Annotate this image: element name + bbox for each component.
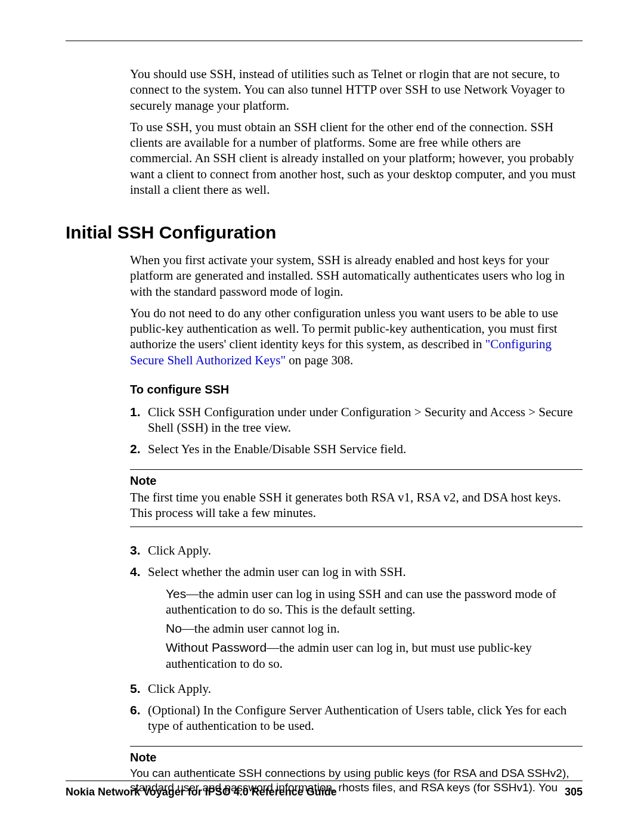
section-p2-tail: on page 308. (286, 353, 353, 367)
section-paragraph-2: You do not need to do any other configur… (130, 305, 583, 368)
step-number: 3. (130, 543, 148, 558)
procedure-steps: 1. Click SSH Configuration under under C… (130, 404, 583, 457)
option-text: —the admin user cannot log in. (182, 621, 340, 636)
option-without-password: Without Password—the admin user can log … (166, 640, 583, 671)
option-text: —the admin user can log in using SSH and… (166, 587, 556, 617)
note-text: The first time you enable SSH it generat… (130, 490, 583, 521)
step-text: Select Yes in the Enable/Disable SSH Ser… (148, 441, 583, 457)
step-text: (Optional) In the Configure Server Authe… (148, 702, 583, 734)
top-rule (66, 41, 583, 41)
step-text: Click Apply. (148, 681, 583, 696)
page-number: 305 (565, 786, 583, 798)
option-label: No (166, 621, 182, 635)
step-6: 6. (Optional) In the Configure Server Au… (130, 702, 583, 734)
note-box-1: Note The first time you enable SSH it ge… (130, 469, 583, 528)
note-label: Note (130, 750, 583, 765)
option-label: Yes (166, 587, 186, 600)
step-5: 5. Click Apply. (130, 681, 583, 696)
option-label: Without Password (166, 640, 267, 654)
step-2: 2. Select Yes in the Enable/Disable SSH … (130, 441, 583, 457)
intro-paragraph-2: To use SSH, you must obtain an SSH clien… (130, 119, 583, 197)
step-text: Select whether the admin user can log in… (148, 565, 406, 579)
section-heading: Initial SSH Configuration (66, 222, 583, 243)
procedure-steps-cont: 3. Click Apply. 4. Select whether the ad… (130, 543, 583, 734)
footer-rule (66, 781, 583, 781)
procedure-heading: To configure SSH (130, 382, 583, 397)
step-4: 4. Select whether the admin user can log… (130, 564, 583, 675)
section-body: When you first activate your system, SSH… (130, 252, 583, 795)
step-body: Select whether the admin user can log in… (148, 564, 583, 675)
step-number: 1. (130, 404, 148, 436)
option-no: No—the admin user cannot log in. (166, 621, 583, 636)
note-label: Note (130, 473, 583, 488)
step-3: 3. Click Apply. (130, 543, 583, 558)
footer-title: Nokia Network Voyager for IPSO 4.0 Refer… (66, 786, 337, 798)
step-number: 5. (130, 681, 148, 696)
step-text: Click Apply. (148, 543, 583, 558)
option-yes: Yes—the admin user can log in using SSH … (166, 586, 583, 618)
intro-paragraph-1: You should use SSH, instead of utilities… (130, 66, 583, 113)
page-footer: Nokia Network Voyager for IPSO 4.0 Refer… (66, 781, 583, 798)
step-1: 1. Click SSH Configuration under under C… (130, 404, 583, 436)
step-text: Click SSH Configuration under under Conf… (148, 404, 583, 436)
footer-row: Nokia Network Voyager for IPSO 4.0 Refer… (66, 786, 583, 798)
step-number: 6. (130, 702, 148, 734)
step-number: 4. (130, 564, 148, 675)
intro-block: You should use SSH, instead of utilities… (130, 66, 583, 197)
document-page: You should use SSH, instead of utilities… (0, 0, 644, 833)
step-number: 2. (130, 441, 148, 457)
option-list: Yes—the admin user can log in using SSH … (166, 586, 583, 671)
section-paragraph-1: When you first activate your system, SSH… (130, 252, 583, 299)
